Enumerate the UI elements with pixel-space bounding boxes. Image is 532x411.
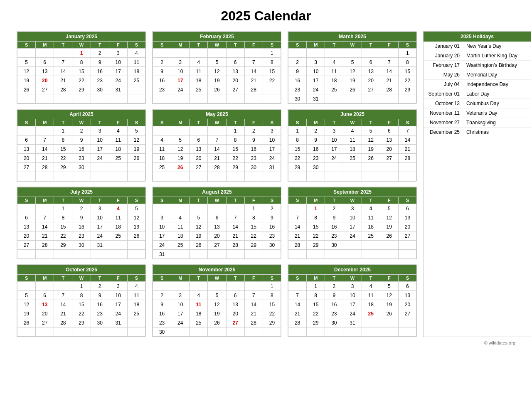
calendar-day: 17	[263, 145, 281, 154]
calendar-day	[171, 94, 190, 103]
calendar-day: 28	[208, 163, 226, 172]
holiday-date: November 11	[424, 108, 463, 118]
month-header: April 2025	[17, 110, 146, 119]
day-header: T	[91, 119, 109, 126]
calendar-day: 3	[171, 58, 190, 67]
calendar-day	[171, 126, 190, 135]
calendar-day: 30	[307, 163, 325, 172]
day-header: S	[127, 119, 145, 126]
calendar-day	[380, 163, 398, 172]
holiday-name: Wasthington's Birthday	[463, 61, 531, 70]
calendar-day: 28	[288, 241, 307, 250]
calendar-day	[398, 172, 416, 181]
calendar-day	[307, 327, 325, 337]
calendar-day: 28	[54, 318, 72, 327]
calendar-day	[380, 318, 398, 327]
calendar-day: 5	[208, 58, 226, 67]
calendar-day	[54, 94, 72, 103]
calendar-day	[36, 94, 54, 103]
calendar-day: 11	[190, 67, 208, 76]
calendar-day: 13	[398, 213, 416, 222]
calendar-day: 16	[72, 145, 91, 154]
day-header: S	[288, 119, 307, 126]
day-header: S	[127, 42, 145, 49]
calendar-day	[54, 327, 72, 337]
calendar-day	[263, 250, 281, 259]
month-header: July 2025	[17, 187, 146, 197]
calendar-day: 24	[325, 154, 343, 163]
calendar-day	[362, 163, 380, 172]
calendar-day: 20	[190, 154, 208, 163]
calendar-day: 1	[263, 282, 281, 291]
month-6: June 2025SMTWTFS123456789101112131415161…	[288, 109, 416, 182]
holiday-row: November 11Veteran's Day	[424, 108, 531, 118]
calendar-day: 23	[325, 231, 343, 241]
calendar-day	[380, 250, 398, 259]
calendar-day: 14	[36, 145, 54, 154]
calendar-day: 12	[17, 67, 36, 76]
calendar-day: 24	[91, 231, 109, 241]
calendar-day: 6	[36, 291, 54, 300]
calendar-day: 4	[362, 282, 380, 291]
calendar-day: 9	[72, 135, 91, 145]
day-header: T	[54, 119, 72, 126]
day-header: S	[127, 197, 145, 204]
calendar-day: 14	[244, 300, 263, 309]
calendar-day	[190, 94, 208, 103]
calendar-day: 4	[127, 282, 145, 291]
calendar-day: 10	[263, 135, 281, 145]
calendar-day: 16	[307, 145, 325, 154]
calendar-day	[208, 126, 226, 135]
calendar-day	[171, 204, 190, 213]
calendar-day: 28	[398, 154, 416, 163]
calendar-day: 29	[226, 163, 244, 172]
calendar-day: 4	[127, 49, 145, 58]
calendar-day: 15	[398, 67, 416, 76]
day-header: S	[288, 42, 307, 49]
calendar-day: 27	[226, 85, 244, 94]
day-header: F	[244, 119, 263, 126]
calendar-day: 27	[208, 241, 226, 250]
holiday-name: Thanksgiving	[463, 118, 531, 128]
calendar-day: 15	[226, 145, 244, 154]
calendar-day: 5	[17, 58, 36, 67]
calendar-day: 26	[190, 241, 208, 250]
calendar-day: 14	[54, 300, 72, 309]
calendar-day: 15	[72, 67, 91, 76]
calendar-day: 19	[362, 145, 380, 154]
calendar-day: 21	[244, 76, 263, 85]
calendar-day: 23	[325, 309, 343, 318]
day-header: T	[226, 275, 244, 282]
calendar-day	[325, 94, 343, 103]
month-header: March 2025	[288, 32, 417, 42]
calendar-day: 8	[263, 291, 281, 300]
calendar-day: 6	[226, 58, 244, 67]
calendar-day	[288, 204, 307, 213]
calendar-day: 13	[36, 300, 54, 309]
calendar-day: 25	[190, 318, 208, 327]
holiday-date: January 20	[424, 51, 463, 61]
calendar-day	[244, 250, 263, 259]
calendar-day: 11	[325, 67, 343, 76]
calendar-day: 14	[54, 67, 72, 76]
calendar-day: 21	[36, 154, 54, 163]
calendar-day: 3	[91, 204, 109, 213]
calendar-day	[127, 85, 145, 94]
calendar-day: 25	[190, 85, 208, 94]
calendar-day: 8	[288, 135, 307, 145]
calendar-day: 2	[91, 49, 109, 58]
calendar-day	[325, 172, 343, 181]
day-header: W	[72, 119, 91, 126]
calendar-day: 28	[380, 85, 398, 94]
day-header: T	[226, 119, 244, 126]
calendar-day: 16	[91, 300, 109, 309]
calendar-day: 7	[36, 213, 54, 222]
calendar-day: 27	[190, 163, 208, 172]
calendar-day: 19	[343, 76, 362, 85]
day-header: W	[72, 275, 91, 282]
calendar-day	[398, 94, 416, 103]
calendar-day: 16	[91, 67, 109, 76]
calendar-day: 2	[244, 126, 263, 135]
calendar-day: 15	[307, 222, 325, 231]
calendar-day: 7	[244, 58, 263, 67]
